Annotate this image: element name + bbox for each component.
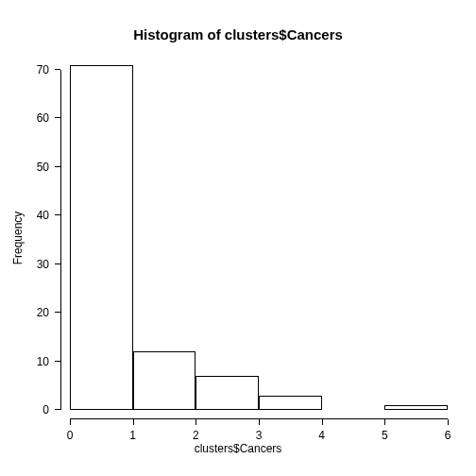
x-tick-label: 3 [256,429,263,442]
x-tick-label: 1 [129,429,136,442]
y-tick-label: 50 [37,161,49,174]
histogram-bar [259,396,322,410]
x-tick [448,419,449,425]
histogram-bar [133,351,196,410]
y-axis-label: Frequency [11,0,25,476]
y-tick-label: 60 [37,111,49,125]
y-tick [55,214,60,215]
histogram-chart: Histogram of clusters$Cancers Frequency … [0,0,476,476]
histogram-bar [196,376,259,410]
x-tick-label: 5 [382,429,388,442]
y-tick-label: 0 [42,403,49,416]
x-tick [70,419,71,425]
x-tick [196,419,196,425]
y-tick-label: 20 [37,306,49,319]
x-tick [133,419,134,425]
y-tick [55,361,60,362]
y-tick [55,69,60,70]
y-axis [60,70,61,410]
y-tick [55,264,60,264]
y-tick [55,312,60,313]
histogram-bar [384,405,448,410]
histogram-bar [70,65,133,410]
x-tick-label: 2 [193,429,199,442]
x-tick-label: 6 [445,429,451,442]
x-tick-label: 0 [67,429,74,442]
x-tick [259,419,260,425]
y-tick-label: 40 [37,209,49,222]
x-tick [322,419,323,425]
x-tick-label: 4 [318,429,325,442]
y-tick-label: 10 [37,355,49,368]
y-tick [55,117,60,118]
x-tick [384,419,385,425]
y-tick [55,166,60,167]
y-tick-label: 70 [37,63,49,76]
plot-area: 0123456010203040506070 [70,70,448,410]
y-tick [55,409,60,410]
chart-title: Histogram of clusters$Cancers [0,26,476,42]
x-axis-label: clusters$Cancers [0,442,476,455]
y-tick-label: 30 [37,258,49,271]
